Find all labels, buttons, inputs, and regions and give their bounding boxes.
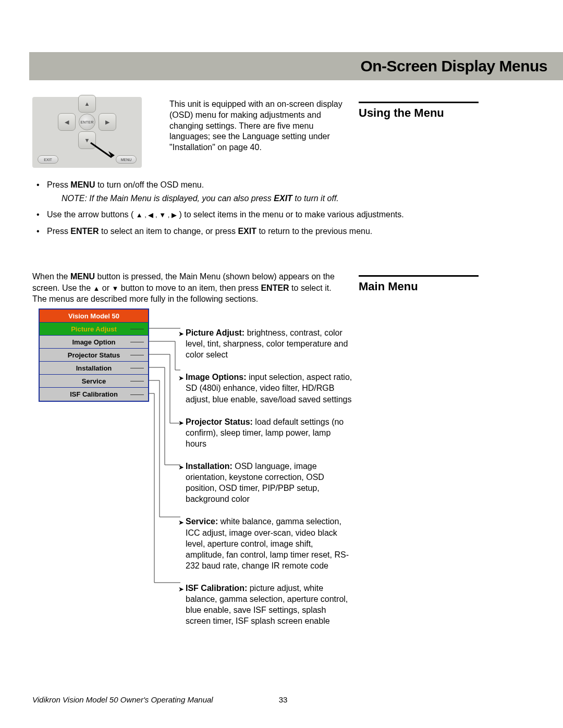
sidebar-heading-using: Using the Menu [359, 102, 479, 120]
page-number: 33 [279, 695, 288, 704]
pointer-arrow-icon [89, 141, 120, 162]
note-text: NOTE: If the Main Menu is displayed, you… [62, 193, 449, 204]
page-title: On-Screen Display Menus [360, 57, 547, 75]
arrowhead-icon: ➤ [178, 329, 184, 338]
svg-line-0 [91, 143, 112, 157]
description-item: ➤Service: white balance, gamma selection… [186, 516, 352, 571]
main-menu-paragraph: When the MENU button is pressed, the Mai… [32, 271, 345, 305]
description-list: ➤Picture Adjust: brightness, contrast, c… [186, 327, 352, 638]
osd-menu-item: Projector Status [40, 349, 148, 362]
osd-menu-item: Service [40, 375, 148, 388]
arrowhead-icon: ➤ [178, 418, 184, 427]
enter-button-icon: ENTER [79, 114, 95, 130]
intro-paragraph: This unit is equipped with an on-screen … [169, 99, 347, 153]
osd-menu-illustration: Vision Model 50 Picture Adjust Image Opt… [39, 309, 149, 402]
osd-menu-item: Image Option [40, 336, 148, 349]
arrowhead-icon: ➤ [178, 374, 184, 382]
exit-button-icon: EXIT [38, 155, 58, 164]
arrow-glyphs: ▲ , ◀ , ▼ , ▶ [136, 211, 177, 219]
sidebar-heading-main: Main Menu [359, 275, 479, 293]
osd-menu-title: Vision Model 50 [40, 310, 148, 323]
description-item: ➤Installation: OSD language, image orien… [186, 461, 352, 504]
description-item: ➤Picture Adjust: brightness, contrast, c… [186, 327, 352, 360]
up-arrow-icon: ▲ [78, 95, 96, 113]
left-arrow-icon: ◀ [58, 113, 76, 131]
right-arrow-icon: ▶ [99, 113, 116, 131]
bullet-item: Use the arrow buttons ( ▲ , ◀ , ▼ , ▶ ) … [32, 209, 449, 220]
description-item: ➤Projector Status: load default settings… [186, 416, 352, 449]
footer-title: Vidikron Vision Model 50 Owner's Operati… [32, 695, 213, 704]
osd-menu-item: ISF Calibration [40, 388, 148, 401]
arrowhead-icon: ➤ [178, 463, 184, 472]
page-header: On-Screen Display Menus [29, 52, 563, 80]
arrowhead-icon: ➤ [178, 518, 184, 527]
page-footer: Vidikron Vision Model 50 Owner's Operati… [32, 695, 534, 704]
bullet-item: Press MENU to turn on/off the OSD menu. … [32, 179, 449, 204]
menu-keyword: MENU [70, 180, 95, 189]
bullet-item: Press ENTER to select an item to change,… [32, 226, 449, 237]
description-item: ➤ISF Calibration: picture adjust, white … [186, 583, 352, 626]
osd-menu-item: Installation [40, 362, 148, 375]
connector-lines [149, 309, 186, 600]
instruction-list: Press MENU to turn on/off the OSD menu. … [32, 179, 449, 242]
remote-illustration: ▲ ▼ ◀ ▶ ENTER EXIT MENU [32, 97, 142, 168]
arrowhead-icon: ➤ [178, 585, 184, 594]
description-item: ➤Image Options: input selection, aspect … [186, 372, 352, 404]
osd-menu-item: Picture Adjust [40, 323, 148, 336]
